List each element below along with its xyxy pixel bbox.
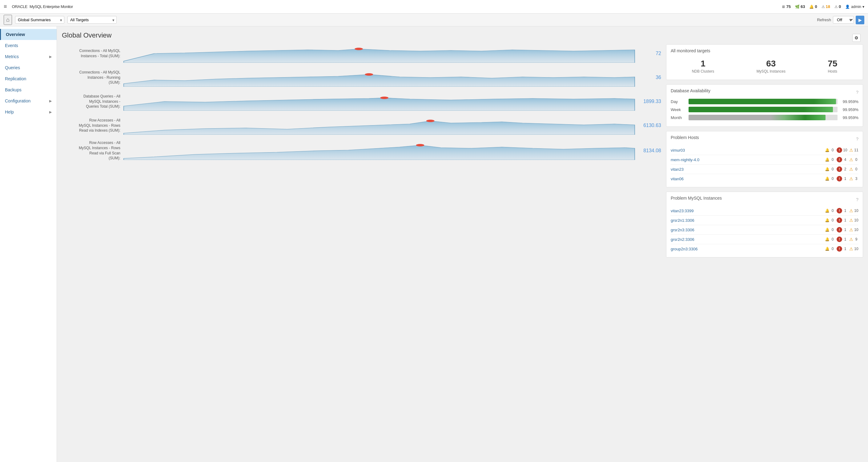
vitan06-red-badge: ! xyxy=(837,176,842,182)
problem-host-row-vitan23: vitan23 🔔 0 ! 2 ⚠ 0 xyxy=(671,165,859,174)
chart-area-5 xyxy=(123,141,635,160)
avail-row-week: Week 99.959% xyxy=(671,107,859,112)
availability-help-icon[interactable]: ? xyxy=(856,90,859,95)
home-button[interactable]: ⌂ xyxy=(4,15,12,25)
vitan23-red-badge: ! xyxy=(837,166,842,172)
bell-icon: 🔔 xyxy=(825,148,830,152)
vitan06-bell-group: 🔔 0 xyxy=(825,176,835,181)
bell-icon: 🔔 xyxy=(809,5,814,9)
chart-area-1 xyxy=(123,44,635,63)
gear-button[interactable]: ⚙ xyxy=(852,34,861,42)
user-menu[interactable]: 👤 admin ▾ xyxy=(845,5,864,9)
inst1-red-badge: ! xyxy=(837,208,842,213)
problem-instances-title: Problem MySQL Instances xyxy=(671,196,722,201)
chart-area-3 xyxy=(123,92,635,111)
problem-instance-link-grsr2n1[interactable]: grsr2n1:3306 xyxy=(671,218,823,223)
all-targets-select[interactable]: All Targets xyxy=(67,16,117,24)
inst3-warn-group: ⚠ 10 xyxy=(849,227,859,232)
mysql-label: MySQL Instances xyxy=(756,69,785,73)
svg-marker-2 xyxy=(123,74,635,87)
chart-row-row-accesses-indexes: Row Accesses - AllMySQL Instances - Rows… xyxy=(62,116,661,135)
oracle-logo: ORACLE MySQL Enterprise Monitor xyxy=(11,4,73,9)
problem-hosts-help-icon[interactable]: ? xyxy=(856,137,859,141)
problem-hosts-header: Problem Hosts ? xyxy=(671,135,859,143)
bell-icon-group: 🔔 0 xyxy=(809,4,817,9)
chart-row-db-queries: Database Queries - AllMySQL Instances -Q… xyxy=(62,92,661,111)
problem-instance-link-vitan23-3399[interactable]: vitan23:3399 xyxy=(671,208,823,213)
play-button[interactable]: ▶ xyxy=(856,16,864,24)
inst5-bell-group: 🔔 0 xyxy=(825,247,835,251)
inst4-warn-group: ⚠ 9 xyxy=(849,237,859,242)
chart-svg-5 xyxy=(123,141,635,160)
sidebar-item-backups[interactable]: Backups xyxy=(0,84,57,95)
chart-value-3: 1899.33 xyxy=(638,99,661,104)
problem-host-link-vitan23[interactable]: vitan23 xyxy=(671,167,823,172)
sidebar-item-configuration[interactable]: Configuration ▶ xyxy=(0,95,57,106)
hosts-count: 75 xyxy=(828,59,837,69)
inst2-red-group: ! 1 xyxy=(837,218,847,223)
refresh-group: Refresh Off ▶ xyxy=(817,16,864,24)
metrics-chevron-icon: ▶ xyxy=(49,55,52,59)
mem-warn-icon: ⚠ xyxy=(849,157,853,162)
refresh-select[interactable]: Off xyxy=(833,16,854,24)
vimur03-warn-count: 11 xyxy=(854,148,859,152)
vimur03-warn-group: ⚠ 11 xyxy=(849,147,859,153)
sidebar-backups-label: Backups xyxy=(5,87,22,92)
sidebar-configuration-label: Configuration xyxy=(5,98,30,103)
product-name: MySQL Enterprise Monitor xyxy=(30,4,73,9)
sidebar-item-replication[interactable]: Replication xyxy=(0,73,57,84)
bell-icon: 🔔 xyxy=(825,167,830,171)
charts-column: Connections - All MySQLInstances - Total… xyxy=(62,44,661,262)
vimur03-bell-count: 0 xyxy=(831,148,835,152)
svg-marker-6 xyxy=(123,121,635,135)
chart-row-connections-running: Connections - All MySQLInstances - Runni… xyxy=(62,68,661,87)
problem-host-link-vitan06[interactable]: vitan06 xyxy=(671,176,823,181)
bell-icon: 🔔 xyxy=(825,247,830,251)
sidebar-item-metrics[interactable]: Metrics ▶ xyxy=(0,51,57,62)
ndb-clusters-stat: 1 NDB Clusters xyxy=(692,59,714,73)
inst2-warn-icon: ⚠ xyxy=(849,218,853,223)
sidebar-queries-label: Queries xyxy=(5,65,20,70)
sidebar-item-queries[interactable]: Queries xyxy=(0,62,57,73)
inst1-bell-count: 0 xyxy=(831,208,835,213)
monitored-targets-panel: All monitored targets 1 NDB Clusters 63 … xyxy=(666,44,863,80)
problem-host-link-mem-nightly[interactable]: mem-nightly-4.0 xyxy=(671,158,823,162)
sidebar-item-help[interactable]: Help ▶ xyxy=(0,106,57,118)
sidebar-item-overview[interactable]: Overview xyxy=(0,29,57,40)
problem-host-link-vimur03[interactable]: vimur03 xyxy=(671,148,823,153)
sidebar-events-label: Events xyxy=(5,43,18,48)
hamburger-menu[interactable]: ≡ xyxy=(4,3,7,10)
avail-day-bar-fill xyxy=(688,99,836,104)
inst3-warn-icon: ⚠ xyxy=(849,227,853,232)
inst3-red-badge: ! xyxy=(837,227,842,233)
oracle-text: ORACLE xyxy=(12,4,27,9)
vimur03-bell-group: 🔔 0 xyxy=(825,148,835,152)
hosts-stat: 75 Hosts xyxy=(828,59,837,73)
inst3-red-group: ! 1 xyxy=(837,227,847,233)
tree-icon: 🌿 xyxy=(795,5,800,9)
vitan23-bell-group: 🔔 0 xyxy=(825,167,835,171)
inst5-red-badge: ! xyxy=(837,246,842,252)
problem-instance-link-grsr2n3[interactable]: grsr2n3:3306 xyxy=(671,228,823,232)
vitan06-warn-icon: ⚠ xyxy=(849,176,853,181)
warn-icon-group: ⚠ 18 xyxy=(822,4,830,9)
inst1-warn-group: ⚠ 10 xyxy=(849,208,859,213)
avail-week-pct: 99.959% xyxy=(840,107,859,112)
global-summaries-select[interactable]: Global Summaries xyxy=(15,16,64,24)
monitor-icon-group: 🖥 75 xyxy=(781,4,790,9)
chart-row-row-accesses-fullscan: Row Accesses - AllMySQL Instances - Rows… xyxy=(62,140,661,161)
inst4-red-group: ! 1 xyxy=(837,236,847,242)
problem-instance-link-group2n3[interactable]: group2n3:3306 xyxy=(671,247,823,251)
inst2-bell-count: 0 xyxy=(831,218,835,222)
chart-value-5: 8134.08 xyxy=(638,148,661,154)
vimur03-red-badge: ! xyxy=(837,147,842,153)
problem-instances-help-icon[interactable]: ? xyxy=(856,197,859,202)
warn2-icon-group: ⚠ 0 xyxy=(834,4,841,9)
problem-instance-link-grsr2n2[interactable]: grsr2n2:3306 xyxy=(671,237,823,242)
svg-marker-4 xyxy=(123,98,635,111)
header: ≡ ORACLE MySQL Enterprise Monitor 🖥 75 🌿… xyxy=(0,0,868,13)
avail-month-pct: 99.959% xyxy=(840,116,859,120)
sidebar-item-events[interactable]: Events xyxy=(0,40,57,51)
sidebar: Overview Events Metrics ▶ Queries Replic… xyxy=(0,27,57,462)
availability-panel: Database Availability ? Day 99.959% Week xyxy=(666,84,863,127)
